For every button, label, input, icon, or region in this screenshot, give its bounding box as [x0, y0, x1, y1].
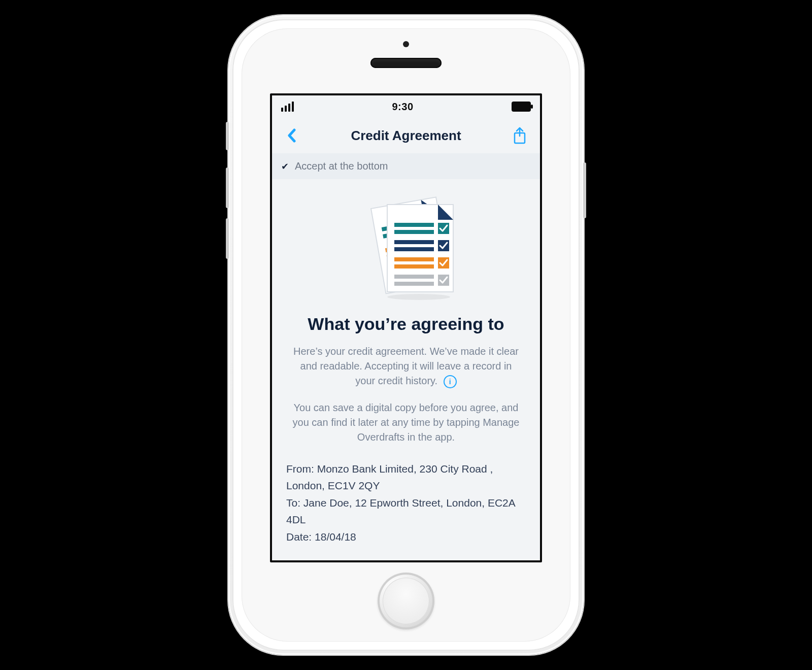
accept-hint-banner: ✔ Accept at the bottom: [272, 153, 540, 179]
nav-title: Credit Agreement: [351, 128, 461, 144]
illustration: [286, 190, 526, 312]
signal-bars-icon: [281, 102, 294, 112]
svg-point-23: [387, 294, 450, 300]
date-value: 18/04/18: [315, 531, 356, 543]
intro-paragraph-2: You can save a digital copy before you a…: [292, 400, 520, 445]
date-row: Date: 18/04/18: [286, 529, 526, 546]
status-time: 9:30: [392, 101, 413, 113]
share-icon: [512, 127, 527, 144]
earpiece: [370, 58, 442, 68]
battery-icon: [512, 102, 531, 112]
power-button: [583, 162, 586, 218]
agreement-details: From: Monzo Bank Limited, 230 City Road …: [286, 457, 526, 546]
volume-up-button: [226, 168, 229, 208]
stage: { "statusbar": { "time": "9:30" }, "nav"…: [0, 0, 812, 670]
content[interactable]: What you’re agreeing to Here’s your cred…: [272, 179, 540, 552]
status-left: [281, 102, 294, 112]
app-screen: 9:30 Credit Agreement: [270, 93, 542, 562]
from-value: Monzo Bank Limited, 230 City Road , Lond…: [286, 463, 493, 491]
banner-text: Accept at the bottom: [295, 160, 388, 172]
intro-paragraph-1-text: Here’s your credit agreement. We’ve made…: [293, 346, 519, 386]
back-button[interactable]: [280, 128, 304, 143]
intro-paragraph-1: Here’s your credit agreement. We’ve made…: [292, 344, 520, 388]
status-right: [512, 102, 531, 112]
nav-bar: Credit Agreement: [272, 118, 540, 153]
front-camera-icon: [403, 41, 409, 47]
share-button[interactable]: [507, 127, 532, 144]
from-label: From:: [286, 463, 314, 475]
from-row: From: Monzo Bank Limited, 230 City Road …: [286, 461, 526, 494]
home-button[interactable]: [378, 573, 434, 629]
to-row: To: Jane Doe, 12 Epworth Street, London,…: [286, 495, 526, 528]
silence-switch: [226, 122, 229, 150]
to-value: Jane Doe, 12 Epworth Street, London, EC2…: [286, 497, 515, 525]
phone-bezel: 9:30 Credit Agreement: [242, 28, 570, 642]
to-label: To:: [286, 497, 300, 509]
documents-illustration-icon: [348, 196, 464, 303]
info-icon[interactable]: i: [444, 375, 457, 388]
chevron-left-icon: [287, 128, 297, 143]
status-bar: 9:30: [272, 95, 540, 118]
date-label: Date:: [286, 531, 312, 543]
page-heading: What you’re agreeing to: [286, 314, 526, 334]
volume-down-button: [226, 218, 229, 259]
phone-frame: 9:30 Credit Agreement: [228, 15, 584, 655]
check-icon: ✔: [281, 161, 289, 172]
phone-inner: 9:30 Credit Agreement: [232, 19, 580, 651]
